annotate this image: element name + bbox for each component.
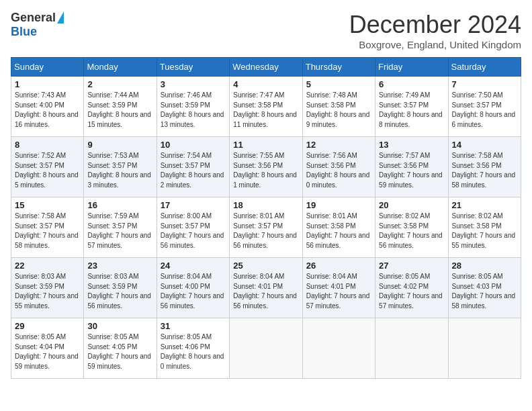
day-info: Sunrise: 7:58 AM Sunset: 3:57 PM Dayligh… (15, 212, 80, 250)
day-number: 27 (379, 261, 444, 271)
day-number: 26 (306, 261, 371, 271)
day-info: Sunrise: 7:49 AM Sunset: 3:57 PM Dayligh… (379, 91, 444, 130)
calendar-header-saturday: Saturday (448, 58, 521, 77)
day-info: Sunrise: 8:05 AM Sunset: 4:02 PM Dayligh… (379, 272, 444, 311)
day-info: Sunrise: 7:58 AM Sunset: 3:56 PM Dayligh… (452, 151, 517, 190)
day-number: 5 (306, 79, 371, 89)
calendar-cell (302, 318, 375, 379)
day-number: 25 (233, 261, 298, 271)
day-info: Sunrise: 7:59 AM Sunset: 3:57 PM Dayligh… (87, 212, 152, 250)
day-info: Sunrise: 7:56 AM Sunset: 3:56 PM Dayligh… (306, 151, 371, 190)
day-info: Sunrise: 7:44 AM Sunset: 3:59 PM Dayligh… (87, 91, 152, 130)
location: Boxgrove, England, United Kingdom (349, 39, 521, 50)
calendar-header-monday: Monday (84, 58, 157, 77)
calendar-cell: 8 Sunrise: 7:52 AM Sunset: 3:57 PM Dayli… (11, 137, 84, 197)
day-info: Sunrise: 8:01 AM Sunset: 3:57 PM Dayligh… (233, 212, 298, 250)
logo-general: General (11, 11, 56, 25)
calendar-cell: 19 Sunrise: 8:01 AM Sunset: 3:58 PM Dayl… (302, 197, 375, 258)
day-info: Sunrise: 8:04 AM Sunset: 4:00 PM Dayligh… (161, 272, 226, 311)
calendar-cell: 18 Sunrise: 8:01 AM Sunset: 3:57 PM Dayl… (230, 197, 302, 258)
day-info: Sunrise: 8:05 AM Sunset: 4:04 PM Dayligh… (15, 332, 80, 371)
day-info: Sunrise: 7:43 AM Sunset: 4:00 PM Dayligh… (15, 91, 80, 130)
calendar-cell: 20 Sunrise: 8:02 AM Sunset: 3:58 PM Dayl… (375, 197, 448, 258)
day-info: Sunrise: 7:55 AM Sunset: 3:56 PM Dayligh… (233, 151, 298, 190)
day-info: Sunrise: 7:53 AM Sunset: 3:57 PM Dayligh… (87, 151, 152, 190)
logo-blue: Blue (11, 25, 37, 39)
day-number: 11 (233, 140, 298, 150)
calendar-header-friday: Friday (375, 58, 448, 77)
day-info: Sunrise: 7:47 AM Sunset: 3:58 PM Dayligh… (233, 91, 298, 130)
calendar-cell: 30 Sunrise: 8:05 AM Sunset: 4:05 PM Dayl… (84, 318, 157, 379)
calendar-header-tuesday: Tuesday (157, 58, 229, 77)
day-number: 30 (87, 321, 152, 331)
calendar-week-1: 1 Sunrise: 7:43 AM Sunset: 4:00 PM Dayli… (11, 77, 521, 137)
day-number: 6 (379, 79, 444, 89)
day-number: 23 (87, 261, 152, 271)
calendar-cell: 4 Sunrise: 7:47 AM Sunset: 3:58 PM Dayli… (230, 77, 302, 137)
day-number: 21 (452, 200, 517, 210)
calendar-cell: 1 Sunrise: 7:43 AM Sunset: 4:00 PM Dayli… (11, 77, 84, 137)
calendar-cell: 27 Sunrise: 8:05 AM Sunset: 4:02 PM Dayl… (375, 258, 448, 318)
day-info: Sunrise: 8:02 AM Sunset: 3:58 PM Dayligh… (379, 212, 444, 250)
calendar-cell: 13 Sunrise: 7:57 AM Sunset: 3:56 PM Dayl… (375, 137, 448, 197)
calendar-cell (375, 318, 448, 379)
calendar-header-wednesday: Wednesday (230, 58, 302, 77)
day-info: Sunrise: 8:04 AM Sunset: 4:01 PM Dayligh… (233, 272, 298, 311)
calendar-cell: 3 Sunrise: 7:46 AM Sunset: 3:59 PM Dayli… (157, 77, 229, 137)
day-info: Sunrise: 8:03 AM Sunset: 3:59 PM Dayligh… (87, 272, 152, 311)
calendar-cell: 29 Sunrise: 8:05 AM Sunset: 4:04 PM Dayl… (11, 318, 84, 379)
day-number: 20 (379, 200, 444, 210)
day-info: Sunrise: 8:05 AM Sunset: 4:03 PM Dayligh… (452, 272, 517, 311)
day-info: Sunrise: 8:02 AM Sunset: 3:58 PM Dayligh… (452, 212, 517, 250)
day-number: 17 (161, 200, 226, 210)
calendar-cell: 14 Sunrise: 7:58 AM Sunset: 3:56 PM Dayl… (448, 137, 521, 197)
calendar-week-4: 22 Sunrise: 8:03 AM Sunset: 3:59 PM Dayl… (11, 258, 521, 318)
calendar-cell: 17 Sunrise: 8:00 AM Sunset: 3:57 PM Dayl… (157, 197, 229, 258)
day-number: 18 (233, 200, 298, 210)
month-title: December 2024 (349, 11, 521, 39)
calendar-table: SundayMondayTuesdayWednesdayThursdayFrid… (11, 57, 521, 379)
calendar-cell: 31 Sunrise: 8:05 AM Sunset: 4:06 PM Dayl… (157, 318, 229, 379)
calendar-cell (448, 318, 521, 379)
calendar-header-row: SundayMondayTuesdayWednesdayThursdayFrid… (11, 58, 521, 77)
day-number: 16 (87, 200, 152, 210)
calendar-week-2: 8 Sunrise: 7:52 AM Sunset: 3:57 PM Dayli… (11, 137, 521, 197)
calendar-cell: 28 Sunrise: 8:05 AM Sunset: 4:03 PM Dayl… (448, 258, 521, 318)
day-number: 14 (452, 140, 517, 150)
day-number: 3 (161, 79, 226, 89)
day-info: Sunrise: 8:00 AM Sunset: 3:57 PM Dayligh… (161, 212, 226, 250)
logo: General Blue (11, 11, 64, 39)
day-info: Sunrise: 7:50 AM Sunset: 3:57 PM Dayligh… (452, 91, 517, 130)
day-number: 29 (15, 321, 80, 331)
day-number: 31 (161, 321, 226, 331)
calendar-header-thursday: Thursday (302, 58, 375, 77)
day-info: Sunrise: 8:05 AM Sunset: 4:05 PM Dayligh… (87, 332, 152, 371)
logo-icon (57, 11, 64, 24)
calendar-header-sunday: Sunday (11, 58, 84, 77)
day-number: 4 (233, 79, 298, 89)
day-info: Sunrise: 7:46 AM Sunset: 3:59 PM Dayligh… (161, 91, 226, 130)
day-info: Sunrise: 8:04 AM Sunset: 4:01 PM Dayligh… (306, 272, 371, 311)
calendar-week-5: 29 Sunrise: 8:05 AM Sunset: 4:04 PM Dayl… (11, 318, 521, 379)
calendar-cell: 12 Sunrise: 7:56 AM Sunset: 3:56 PM Dayl… (302, 137, 375, 197)
calendar-cell: 26 Sunrise: 8:04 AM Sunset: 4:01 PM Dayl… (302, 258, 375, 318)
calendar-cell: 9 Sunrise: 7:53 AM Sunset: 3:57 PM Dayli… (84, 137, 157, 197)
title-section: December 2024 Boxgrove, England, United … (349, 11, 521, 50)
day-info: Sunrise: 7:48 AM Sunset: 3:58 PM Dayligh… (306, 91, 371, 130)
calendar-cell (230, 318, 302, 379)
calendar-cell: 10 Sunrise: 7:54 AM Sunset: 3:57 PM Dayl… (157, 137, 229, 197)
day-number: 12 (306, 140, 371, 150)
calendar-cell: 24 Sunrise: 8:04 AM Sunset: 4:00 PM Dayl… (157, 258, 229, 318)
day-number: 13 (379, 140, 444, 150)
day-number: 9 (87, 140, 152, 150)
calendar-cell: 22 Sunrise: 8:03 AM Sunset: 3:59 PM Dayl… (11, 258, 84, 318)
calendar-cell: 11 Sunrise: 7:55 AM Sunset: 3:56 PM Dayl… (230, 137, 302, 197)
calendar-cell: 25 Sunrise: 8:04 AM Sunset: 4:01 PM Dayl… (230, 258, 302, 318)
calendar-cell: 16 Sunrise: 7:59 AM Sunset: 3:57 PM Dayl… (84, 197, 157, 258)
day-number: 24 (161, 261, 226, 271)
day-info: Sunrise: 8:01 AM Sunset: 3:58 PM Dayligh… (306, 212, 371, 250)
calendar-week-3: 15 Sunrise: 7:58 AM Sunset: 3:57 PM Dayl… (11, 197, 521, 258)
day-number: 1 (15, 79, 80, 89)
day-info: Sunrise: 7:54 AM Sunset: 3:57 PM Dayligh… (161, 151, 226, 190)
day-number: 2 (87, 79, 152, 89)
